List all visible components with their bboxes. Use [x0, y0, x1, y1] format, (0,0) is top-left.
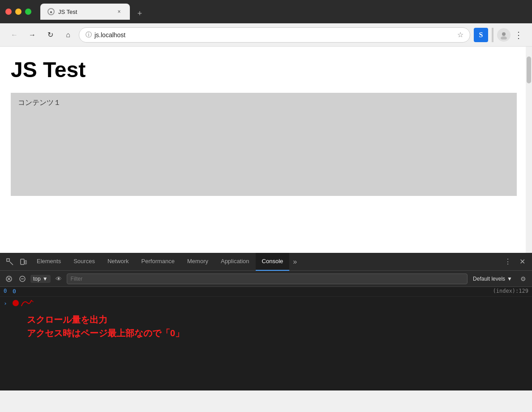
annotation-line1: スクロール量を出力 — [27, 313, 514, 326]
home-button[interactable]: ⌂ — [61, 28, 75, 42]
devtools-actions: ⋮ ✕ — [502, 256, 528, 268]
svg-rect-2 — [7, 259, 9, 261]
page-title: JS Test — [11, 57, 521, 82]
s-extension-icon[interactable]: S — [474, 28, 488, 42]
console-prompt-arrow: › — [4, 300, 7, 307]
maximize-button[interactable] — [25, 9, 31, 15]
more-tabs-button[interactable]: » — [289, 258, 300, 266]
console-line-number: 0 — [4, 288, 9, 294]
console-log-value: 0 — [13, 288, 16, 295]
scrollbar[interactable] — [526, 47, 532, 253]
filter-input[interactable] — [67, 273, 468, 284]
device-toolbar-button[interactable] — [17, 256, 30, 268]
nav-right: S ⋮ — [474, 28, 525, 42]
devtools-more-button[interactable]: ⋮ — [502, 256, 514, 268]
context-dropdown-icon: ▼ — [43, 276, 48, 282]
svg-rect-4 — [25, 260, 26, 264]
annotation-text: スクロール量を出力 アクセス時はページ最上部なので「0」 — [27, 313, 514, 340]
console-location[interactable]: (index):129 — [493, 288, 528, 294]
svg-point-0 — [502, 32, 506, 36]
annotation-line2: アクセス時はページ最上部なので「0」 — [27, 326, 514, 340]
devtools-tabs: Elements Sources Network Performance Mem… — [30, 253, 502, 271]
tab-bar: ● JS Test × + — [40, 4, 527, 20]
inspect-element-button[interactable] — [4, 256, 16, 268]
close-button[interactable] — [5, 9, 12, 15]
console-prompt: › — [0, 297, 532, 309]
title-bar: ● JS Test × + — [0, 0, 532, 23]
tab-close-button[interactable]: × — [116, 8, 123, 15]
new-tab-button[interactable]: + — [133, 7, 146, 20]
bookmark-icon[interactable]: ☆ — [457, 30, 463, 39]
eye-button[interactable]: 👁 — [53, 273, 64, 284]
traffic-lights — [5, 9, 31, 15]
minimize-button[interactable] — [15, 9, 21, 15]
content-label: コンテンツ１ — [18, 98, 61, 108]
tab-elements[interactable]: Elements — [30, 253, 67, 271]
tab-memory[interactable]: Memory — [181, 253, 215, 271]
console-log-line: 0 0 (index):129 — [0, 287, 532, 297]
navbar: ← → ↻ ⌂ ⓘ js.localhost ☆ S ⋮ — [0, 23, 532, 47]
content-box: コンテンツ１ — [11, 93, 517, 196]
tab-sources[interactable]: Sources — [67, 253, 101, 271]
levels-dropdown-icon: ▼ — [507, 276, 512, 282]
tab-console[interactable]: Console — [256, 253, 290, 271]
console-settings-button[interactable]: ⚙ — [518, 273, 528, 284]
menu-button[interactable]: ⋮ — [512, 28, 525, 42]
levels-select[interactable]: Default levels ▼ — [470, 275, 515, 283]
no-filter-button[interactable] — [17, 273, 28, 284]
annotation-area: スクロール量を出力 アクセス時はページ最上部なので「0」 — [0, 309, 532, 343]
active-tab[interactable]: ● JS Test × — [40, 4, 130, 20]
reload-button[interactable]: ↻ — [43, 28, 57, 42]
back-button[interactable]: ← — [7, 28, 21, 42]
context-value: top — [33, 276, 41, 282]
tab-favicon: ● — [47, 8, 55, 15]
tab-network[interactable]: Network — [101, 253, 135, 271]
url-text: js.localhost — [94, 31, 455, 39]
devtools-toolbar: Elements Sources Network Performance Mem… — [0, 253, 532, 271]
clear-console-button[interactable] — [4, 273, 14, 284]
tab-performance[interactable]: Performance — [135, 253, 181, 271]
devtools: Elements Sources Network Performance Mem… — [0, 253, 532, 390]
console-output: 0 0 (index):129 › スクロール量を出力 アクセス時はページ最上部… — [0, 287, 532, 390]
tab-application[interactable]: Application — [215, 253, 256, 271]
svg-rect-3 — [21, 259, 24, 265]
address-bar[interactable]: ⓘ js.localhost ☆ — [79, 27, 470, 43]
devtools-close-button[interactable]: ✕ — [516, 256, 528, 268]
levels-label: Default levels — [473, 276, 505, 282]
tab-title: JS Test — [58, 9, 112, 15]
forward-button[interactable]: → — [25, 28, 39, 42]
svg-point-1 — [501, 36, 507, 39]
info-icon: ⓘ — [86, 31, 92, 39]
profile-icon[interactable] — [497, 28, 511, 42]
page-inner: JS Test コンテンツ１ — [0, 47, 532, 207]
context-select[interactable]: top ▼ — [30, 275, 51, 283]
page-content: JS Test コンテンツ１ — [0, 47, 532, 253]
console-toolbar: top ▼ 👁 Default levels ▼ ⚙ — [0, 271, 532, 287]
scrollbar-thumb[interactable] — [527, 56, 531, 83]
red-dot — [13, 300, 19, 306]
